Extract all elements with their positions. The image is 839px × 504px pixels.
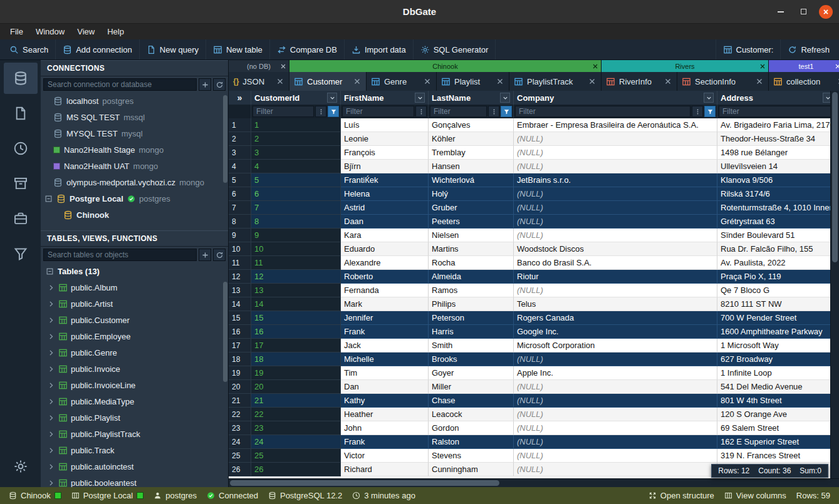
cell-customerid[interactable]: 20 <box>251 380 341 394</box>
cell-customerid[interactable]: 3 <box>251 146 341 160</box>
chevron-down-icon[interactable] <box>704 93 714 103</box>
status-chinook[interactable]: Chinook <box>4 491 66 500</box>
status-connected[interactable]: Connected <box>202 491 263 500</box>
refresh-connections-button[interactable] <box>213 78 226 91</box>
toolbar-compare-db-button[interactable]: Compare DB <box>270 39 345 59</box>
filter-funnel-button[interactable] <box>704 106 716 117</box>
cell-firstname[interactable]: Tim <box>341 366 429 380</box>
cell-address[interactable]: Ullevїlsveien 14 <box>717 160 836 173</box>
row-number[interactable]: 22 <box>229 408 251 421</box>
row-number[interactable]: 8 <box>229 215 251 229</box>
cell-firstname[interactable]: Daan <box>341 215 429 229</box>
cell-customerid[interactable]: 7 <box>251 201 341 215</box>
connections-scrollbar[interactable] <box>223 94 227 224</box>
tables-group-header[interactable]: Tables (13) <box>41 263 228 279</box>
column-header-customerid[interactable]: CustomerId <box>251 91 341 105</box>
tables-scrollbar[interactable] <box>223 280 227 486</box>
file-tab-collection[interactable]: collection <box>769 72 839 91</box>
filter-menu-button[interactable] <box>315 106 326 117</box>
cell-firstname[interactable]: Frank <box>341 435 429 449</box>
cell-firstname[interactable]: Mark <box>341 297 429 311</box>
cell-company[interactable]: (NULL) <box>514 394 717 408</box>
cell-firstname[interactable]: Bjїrn <box>341 160 429 173</box>
cell-company[interactable]: (NULL) <box>514 187 717 201</box>
cell-customerid[interactable]: 16 <box>251 325 341 339</box>
table-item-public-album[interactable]: public.Album <box>41 279 228 296</box>
cell-customerid[interactable]: 22 <box>251 408 341 421</box>
cell-company[interactable]: Microsoft Corporation <box>514 339 717 352</box>
cell-address[interactable]: Av. Paulista, 2022 <box>717 256 836 270</box>
menu-view[interactable]: View <box>71 26 101 38</box>
cell-address[interactable]: 69 Salem Street <box>717 421 836 435</box>
cell-company[interactable]: JetBrains s.r.o. <box>514 173 717 187</box>
row-number[interactable]: 18 <box>229 352 251 366</box>
status-postgre-local[interactable]: Postgre Local <box>66 491 149 500</box>
cell-lastname[interactable]: Gruber <box>429 201 514 215</box>
cell-address[interactable]: Sїnder Boulevard 51 <box>717 229 836 242</box>
cell-lastname[interactable]: Almeida <box>429 270 514 284</box>
close-icon[interactable] <box>496 77 504 86</box>
cell-address[interactable]: 801 W 4th Street <box>717 394 836 408</box>
row-number[interactable]: 3 <box>229 146 251 160</box>
table-row[interactable]: 2 2LeonieKöhler(NULL)Theodor-Heuss-Straß… <box>229 132 839 146</box>
connection-mysql-test[interactable]: MYSQL TEST mysql <box>41 125 228 141</box>
menu-help[interactable]: Help <box>101 26 130 38</box>
status-open-structure[interactable]: Open structure <box>644 491 719 500</box>
cell-firstname[interactable]: Michelle <box>341 352 429 366</box>
row-number[interactable]: 10 <box>229 242 251 256</box>
cell-customerid[interactable]: 9 <box>251 229 341 242</box>
table-item-public-customer[interactable]: public.Customer <box>41 312 228 328</box>
close-button[interactable]: × <box>819 5 833 19</box>
cell-lastname[interactable]: Cunningham <box>429 463 514 476</box>
cell-firstname[interactable]: Dan <box>341 380 429 394</box>
table-row[interactable]: 10 10EduardoMartinsWoodstock DiscosRua D… <box>229 242 839 256</box>
table-row[interactable]: 9 9KaraNielsen(NULL)Sїnder Boulevard 51 <box>229 229 839 242</box>
file-tab-json[interactable]: {} JSON <box>229 72 289 91</box>
cell-company[interactable]: (NULL) <box>514 449 717 463</box>
cell-customerid[interactable]: 17 <box>251 339 341 352</box>
database-chinook[interactable]: Chinook <box>41 207 228 223</box>
menu-window[interactable]: Window <box>29 26 71 38</box>
connection-nano2health-stage[interactable]: Nano2Health Stage mongo <box>41 141 228 158</box>
row-number[interactable]: 7 <box>229 201 251 215</box>
cell-address[interactable]: 700 W Pender Street <box>717 311 836 325</box>
table-row[interactable]: 4 4BjїrnHansen(NULL)Ullevїlsveien 14 <box>229 160 839 173</box>
cell-firstname[interactable]: Richard <box>341 463 429 476</box>
cell-lastname[interactable]: Nielsen <box>429 229 514 242</box>
table-item-public-autoinctest[interactable]: public.autoinctest <box>41 458 228 475</box>
cell-address[interactable]: 120 S Orange Ave <box>717 408 836 421</box>
cell-lastname[interactable]: Holý <box>429 187 514 201</box>
status-postgres[interactable]: postgres <box>149 491 202 500</box>
table-row[interactable]: 8 8DaanPeeters(NULL)Grétrystraat 63 <box>229 215 839 229</box>
cell-firstname[interactable]: Fernanda <box>341 284 429 297</box>
minimize-button[interactable] <box>774 5 788 19</box>
close-icon[interactable] <box>591 63 599 70</box>
cell-customerid[interactable]: 14 <box>251 297 341 311</box>
cell-company[interactable]: (NULL) <box>514 132 717 146</box>
cell-firstname[interactable]: François <box>341 146 429 160</box>
cell-firstname[interactable]: Astrid <box>341 201 429 215</box>
cell-lastname[interactable]: Harris <box>429 325 514 339</box>
table-row[interactable]: 5 5FrantiЌekWichterlováJetBrains s.r.o.K… <box>229 173 839 187</box>
table-row[interactable]: 23 23JohnGordon(NULL)69 Salem Street <box>229 421 839 435</box>
add-table-button[interactable] <box>199 249 211 261</box>
table-item-public-artist[interactable]: public.Artist <box>41 296 228 312</box>
cell-customerid[interactable]: 18 <box>251 352 341 366</box>
status-rows-59[interactable]: Rows: 59 <box>791 491 835 500</box>
cell-customerid[interactable]: 13 <box>251 284 341 297</box>
connection-ms-sql-test[interactable]: MS SQL TEST mssql <box>41 109 228 125</box>
cell-customerid[interactable]: 21 <box>251 394 341 408</box>
filter-menu-button[interactable] <box>488 106 499 117</box>
cell-address[interactable]: Rilská 3174/6 <box>717 187 836 201</box>
cell-lastname[interactable]: Miller <box>429 380 514 394</box>
row-number[interactable]: 4 <box>229 160 251 173</box>
row-number[interactable]: 24 <box>229 435 251 449</box>
status-view-columns[interactable]: View columns <box>719 491 791 500</box>
row-number[interactable]: 26 <box>229 463 251 476</box>
cell-lastname[interactable]: Gordon <box>429 421 514 435</box>
cell-firstname[interactable]: Kara <box>341 229 429 242</box>
cell-lastname[interactable]: Hansen <box>429 160 514 173</box>
column-header-address[interactable]: Address <box>717 91 836 105</box>
file-tab-genre[interactable]: Genre <box>367 72 437 91</box>
table-item-public-employee[interactable]: public.Employee <box>41 328 228 344</box>
